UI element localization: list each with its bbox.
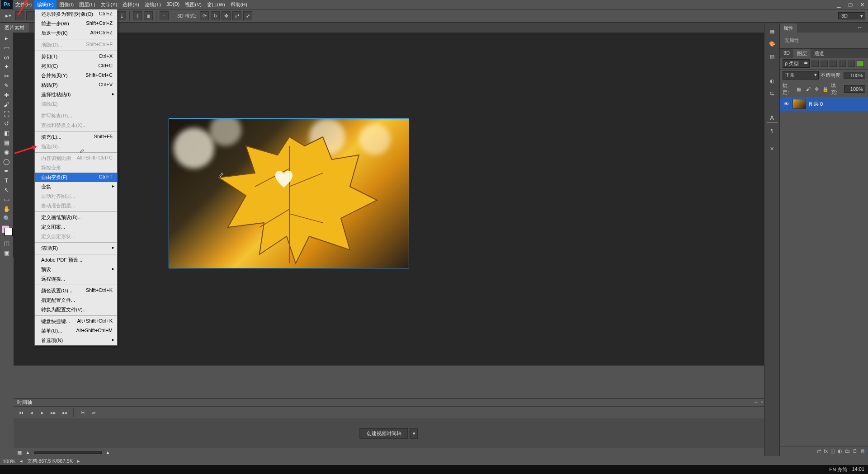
lock-all-icon[interactable]: 🔒 [822,85,830,93]
3d-orbit-icon[interactable]: ⟳ [200,11,209,20]
menu-滤镜[interactable]: 滤镜(T) [142,0,164,9]
menu-item-合并拷贝Y[interactable]: 合并拷贝(Y)Shift+Ctrl+C [35,71,117,80]
eyedropper-tool-icon[interactable]: ✎ [1,81,12,90]
menu-文字[interactable]: 文字(Y) [98,0,120,9]
auto-select-type[interactable] [26,11,35,20]
next-frame-icon[interactable]: ▸▸ [50,409,57,416]
canvas-area[interactable]: ⬀ [14,33,764,366]
blur-tool-icon[interactable]: ◉ [1,147,12,156]
menu-item-填充L[interactable]: 填充(L)...Shift+F5 [35,132,117,142]
layer-fx-icon[interactable]: fx [824,448,828,454]
distribute-h-icon[interactable]: ⫴ [133,11,142,20]
background-color-swatch[interactable] [5,228,13,236]
menu-item-预设[interactable]: 预设 [35,265,117,274]
menu-item-还原转换为智能对象O[interactable]: 还原转换为智能对象(O)Ctrl+Z [35,9,117,19]
zoom-tool-icon[interactable]: 🔍 [1,214,12,223]
misc-panel-icon[interactable]: ✕ [767,144,778,154]
layer-filter-type[interactable]: ρ 类型 ≑ [783,59,810,68]
menu-item-AdobePDF预设[interactable]: Adobe PDF 预设... [35,255,117,265]
menu-item-颜色设置G[interactable]: 颜色设置(G)...Shift+Ctrl+K [35,286,117,296]
lock-pixels-icon[interactable]: 🖌 [804,85,811,93]
lasso-tool-icon[interactable]: ᔕ [1,52,12,61]
menu-item-清理R[interactable]: 清理(R) [35,244,117,253]
collapse-icon[interactable]: ▾▾ [754,400,758,404]
menu-item-前进一步W[interactable]: 前进一步(W)Shift+Ctrl+Z [35,19,117,28]
filter-pixel-icon[interactable] [811,61,819,67]
info-dropdown-icon[interactable]: ▸ [77,458,80,464]
menu-item-定义画笔预设B[interactable]: 定义画笔预设(B)... [35,213,117,222]
new-layer-icon[interactable]: 🗋 [853,448,858,454]
workspace-dropdown[interactable]: 3D▾ [838,12,865,19]
menu-视图[interactable]: 视图(V) [182,0,204,9]
create-timeline-dropdown[interactable]: ▾ [410,428,418,438]
ime-indicator[interactable]: EN 办简 [829,466,847,473]
menu-item-粘贴P[interactable]: 粘贴(P)Ctrl+V [35,80,117,90]
dodge-tool-icon[interactable]: ◯ [1,157,12,166]
timeline-zoom-out-icon[interactable]: ▲ [25,450,30,455]
minimize-button[interactable]: ▁ [833,0,844,9]
shape-tool-icon[interactable]: ▭ [1,195,12,204]
transition-icon[interactable]: ▱ [90,409,97,416]
audio-icon[interactable]: ◂◂ [61,409,68,416]
layer-mask-icon[interactable]: ◫ [830,448,835,454]
brush-tool-icon[interactable]: 🖌 [1,100,12,109]
menu-编辑[interactable]: 编辑(E) [34,0,57,9]
document-image[interactable]: ⬀ [169,118,409,268]
filter-type-icon[interactable] [830,61,837,67]
menu-item-变换[interactable]: 变换 [35,182,117,192]
tab-layers[interactable]: 图层 [793,49,811,58]
menu-item-首选项N[interactable]: 首选项(N) [35,336,117,345]
zoom-dropdown-icon[interactable]: ◂ [20,458,23,464]
lock-transparent-icon[interactable]: ▦ [796,85,803,93]
menu-item-键盘快捷键[interactable]: 键盘快捷键...Alt+Shift+Ctrl+K [35,317,117,326]
current-tool-icon[interactable]: ▸✥ [3,11,14,20]
prev-frame-icon[interactable]: ◂ [28,409,35,416]
filter-shape-icon[interactable] [839,61,846,67]
menu-item-后退一步K[interactable]: 后退一步(K)Alt+Ctrl+Z [35,28,117,38]
distribute-v-icon[interactable]: ⫼ [144,11,153,20]
3d-roll-icon[interactable]: ↻ [211,11,220,20]
menu-item-转换为配置文件V[interactable]: 转换为配置文件(V)... [35,305,117,314]
menu-item-远程连接[interactable]: 远程连接... [35,274,117,284]
menu-图像[interactable]: 图像(I) [57,0,76,9]
document-tab[interactable]: 图片素材 [0,23,29,33]
color-panel-icon[interactable]: 🎨 [767,39,778,49]
properties-tab[interactable]: 属性 [780,23,797,33]
gradient-tool-icon[interactable]: ▤ [1,138,12,147]
create-video-timeline-button[interactable]: 创建视频时间轴 [360,428,408,439]
adjustment-layer-icon[interactable]: ◐ [838,448,842,454]
goto-first-icon[interactable]: ⏮ [17,409,24,416]
menu-item-自由变换F[interactable]: 自由变换(F)Ctrl+T [35,173,117,182]
panel-close-icon[interactable]: × [760,399,763,404]
character-panel-icon[interactable]: A [767,113,778,123]
swatches-panel-icon[interactable]: ▤ [767,52,778,61]
layer-name-label[interactable]: 图层 0 [809,101,823,108]
timeline-options-icon[interactable]: ▦ [17,450,22,455]
3d-slide-icon[interactable]: ⇄ [232,11,241,20]
layer-row[interactable]: 👁 图层 0 [780,97,868,111]
group-icon[interactable]: 🗀 [845,448,850,454]
menu-item-菜单U[interactable]: 菜单(U)...Alt+Shift+Ctrl+M [35,326,117,336]
quickmask-icon[interactable]: ◫ [1,239,12,248]
crop-tool-icon[interactable]: ✂ [1,71,12,80]
timeline-tab[interactable]: 时间轴 [17,399,32,406]
timeline-zoom-slider[interactable] [34,451,102,454]
opacity-input[interactable]: 100% [844,72,865,79]
healing-tool-icon[interactable]: ✚ [1,90,12,99]
menu-item-剪切T[interactable]: 剪切(T)Ctrl+X [35,52,117,61]
hand-tool-icon[interactable]: ✋ [1,204,12,213]
layer-thumbnail[interactable] [793,99,806,109]
menu-选择[interactable]: 选择(S) [120,0,142,9]
menu-item-定义图案[interactable]: 定义图案... [35,222,117,232]
menu-item-指定配置文件[interactable]: 指定配置文件... [35,296,117,305]
move-tool-icon[interactable]: ▸ [1,33,12,42]
stamp-tool-icon[interactable]: ⛶ [1,109,12,118]
timeline-zoom-in-icon[interactable]: ▲ [105,450,110,455]
pen-tool-icon[interactable]: ✒ [1,166,12,175]
filter-smart-icon[interactable] [848,61,855,67]
eraser-tool-icon[interactable]: ◧ [1,128,12,137]
menu-图层[interactable]: 图层(L) [76,0,98,9]
marquee-tool-icon[interactable]: ▭ [1,43,12,52]
menu-帮助[interactable]: 帮助(H) [228,0,250,9]
maximize-button[interactable]: ▢ [844,0,856,9]
